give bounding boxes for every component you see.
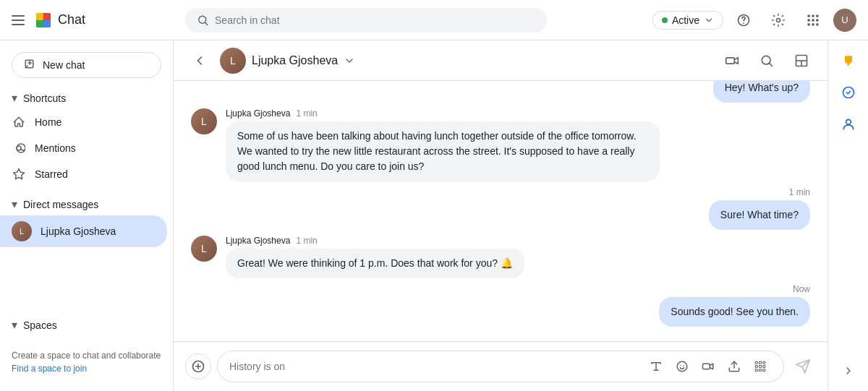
dm-chevron: ▾ [12, 197, 17, 211]
message-input-field[interactable] [217, 351, 784, 382]
svg-rect-48 [755, 369, 757, 371]
svg-rect-15 [812, 14, 814, 17]
google-chat-logo: Chat [35, 12, 85, 29]
back-icon [192, 53, 207, 68]
svg-point-12 [743, 22, 744, 24]
menu-icon[interactable] [12, 12, 29, 29]
own-message-wrapper: Now Sounds good! See you then. [659, 284, 810, 327]
svg-rect-14 [808, 14, 810, 17]
svg-rect-42 [755, 361, 757, 364]
contacts-button[interactable] [834, 110, 863, 139]
spacer [0, 250, 173, 311]
sender-avatar: L [191, 236, 217, 262]
topbar-right: Active [652, 6, 856, 35]
message-sender: Ljupka Gjosheva [226, 236, 290, 246]
svg-rect-45 [755, 366, 757, 368]
apps-button[interactable] [799, 6, 827, 35]
sidebar: New chat ▾ Shortcuts Home [0, 40, 174, 391]
at-icon [12, 141, 26, 155]
svg-rect-49 [760, 369, 762, 371]
spaces-header[interactable]: ▾ Spaces [0, 314, 173, 336]
message-bubble: Sounds good! See you then. [659, 297, 810, 327]
contacts-icon [841, 117, 856, 132]
spaces-label: Spaces [23, 319, 57, 331]
meet-icon [702, 360, 715, 373]
add-attachment-button[interactable] [185, 353, 211, 379]
search-icon [197, 14, 209, 27]
dm-section: ▾ Direct messages L Ljupka Gjosheva [0, 190, 173, 250]
contact-dropdown-icon[interactable] [344, 55, 355, 66]
help-button[interactable] [729, 6, 758, 35]
status-dot [662, 17, 668, 23]
keep-icon [841, 53, 856, 68]
message-row: L Ljupka Gjosheva 1 min Great! We were t… [191, 236, 810, 278]
video-button[interactable] [718, 46, 746, 75]
message-bubble: Hey! What's up? [713, 81, 810, 103]
video-call-input-button[interactable] [697, 355, 720, 378]
upload-icon [728, 360, 741, 373]
message-sender-info: Ljupka Gjosheva 1 min [226, 108, 660, 119]
svg-line-10 [205, 22, 208, 25]
send-button[interactable] [790, 353, 816, 379]
expand-button[interactable] [834, 356, 863, 385]
svg-point-39 [684, 365, 685, 366]
sidebar-item-ljupka[interactable]: L Ljupka Gjosheva [0, 215, 167, 247]
search-in-chat-icon [760, 53, 774, 68]
expand-icon [843, 365, 854, 377]
new-chat-button[interactable]: New chat [12, 52, 161, 78]
sidebar-item-mentions[interactable]: Mentions [0, 135, 173, 161]
own-message-wrapper: 1 min Hey! What's up? [713, 81, 810, 103]
settings-button[interactable] [764, 6, 793, 35]
svg-rect-16 [816, 14, 818, 17]
spaces-footer: Create a space to chat and collaborate F… [0, 339, 173, 385]
upload-button[interactable] [723, 355, 746, 378]
message-time: 1 min [296, 236, 317, 246]
search-input[interactable] [215, 14, 535, 26]
find-space-link[interactable]: Find a space to join [12, 364, 161, 374]
layout-button[interactable] [787, 46, 816, 75]
input-area [174, 341, 827, 391]
tasks-button[interactable] [834, 78, 863, 107]
search-chat-button[interactable] [752, 46, 781, 75]
sidebar-item-starred[interactable]: Starred [0, 161, 173, 187]
message-sender: Ljupka Gjosheva [226, 108, 290, 119]
new-chat-label: New chat [43, 59, 85, 71]
spaces-chevron: ▾ [12, 318, 17, 332]
search-box[interactable] [185, 8, 547, 33]
shortcuts-header[interactable]: ▾ Shortcuts [0, 87, 173, 109]
svg-rect-44 [763, 361, 765, 364]
sender-avatar: L [191, 108, 217, 134]
home-label: Home [35, 116, 61, 128]
chevron-down-icon [704, 15, 714, 25]
shortcuts-label: Shortcuts [23, 93, 66, 104]
gear-icon [771, 13, 786, 27]
message-content: Ljupka Gjosheva 1 min Some of us have be… [226, 108, 660, 181]
svg-marker-25 [14, 169, 25, 179]
main-layout: New chat ▾ Shortcuts Home [0, 40, 868, 391]
back-button[interactable] [185, 46, 214, 75]
svg-rect-26 [726, 57, 735, 63]
svg-rect-8 [43, 20, 51, 27]
svg-rect-5 [36, 13, 43, 20]
help-icon [736, 13, 751, 27]
topbar-center [185, 8, 652, 33]
send-icon [795, 358, 811, 374]
format-text-button[interactable] [644, 355, 668, 378]
active-status-button[interactable]: Active [652, 11, 723, 30]
apps-input-button[interactable] [749, 355, 772, 378]
dm-header[interactable]: ▾ Direct messages [0, 193, 173, 215]
google-chat-icon [35, 12, 52, 29]
emoji-button[interactable] [671, 355, 694, 378]
message-sender-info: Ljupka Gjosheva 1 min [226, 236, 524, 246]
keep-button[interactable] [834, 46, 863, 75]
starred-label: Starred [35, 168, 68, 180]
own-message-wrapper: 1 min Sure! What time? [709, 187, 810, 230]
message-input[interactable] [229, 361, 644, 372]
user-avatar[interactable]: U [833, 9, 856, 32]
status-label: Active [672, 14, 699, 26]
emoji-icon [676, 360, 689, 373]
svg-rect-19 [816, 19, 818, 21]
tasks-icon [841, 85, 856, 100]
sidebar-item-home[interactable]: Home [0, 109, 173, 135]
spaces-section: ▾ Spaces [0, 311, 173, 339]
